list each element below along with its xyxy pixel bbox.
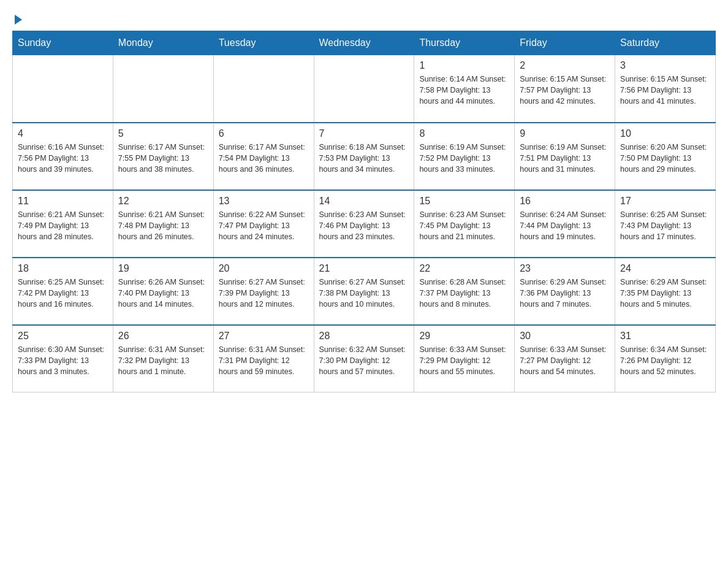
calendar-cell: 6Sunrise: 6:17 AM Sunset: 7:54 PM Daylig… — [213, 123, 314, 190]
day-number: 26 — [118, 331, 208, 342]
day-number: 2 — [520, 60, 610, 71]
day-number: 25 — [18, 331, 108, 342]
calendar-cell: 16Sunrise: 6:24 AM Sunset: 7:44 PM Dayli… — [515, 190, 615, 258]
weekday-header-row: SundayMondayTuesdayWednesdayThursdayFrid… — [13, 31, 716, 55]
calendar-cell: 1Sunrise: 6:14 AM Sunset: 7:58 PM Daylig… — [414, 55, 515, 123]
day-number: 7 — [319, 128, 409, 139]
day-number: 17 — [620, 196, 710, 207]
day-info: Sunrise: 6:20 AM Sunset: 7:50 PM Dayligh… — [620, 142, 710, 175]
calendar-cell — [213, 55, 314, 123]
day-info: Sunrise: 6:25 AM Sunset: 7:42 PM Dayligh… — [18, 277, 108, 310]
day-info: Sunrise: 6:14 AM Sunset: 7:58 PM Dayligh… — [419, 74, 509, 107]
calendar-cell: 12Sunrise: 6:21 AM Sunset: 7:48 PM Dayli… — [113, 190, 213, 258]
weekday-header: Saturday — [615, 31, 716, 55]
day-info: Sunrise: 6:32 AM Sunset: 7:30 PM Dayligh… — [319, 344, 409, 377]
calendar-cell: 20Sunrise: 6:27 AM Sunset: 7:39 PM Dayli… — [213, 258, 314, 325]
calendar-cell: 8Sunrise: 6:19 AM Sunset: 7:52 PM Daylig… — [414, 123, 515, 190]
weekday-header: Monday — [113, 31, 213, 55]
day-number: 21 — [319, 263, 409, 274]
day-number: 20 — [219, 263, 309, 274]
day-number: 23 — [520, 263, 610, 274]
day-info: Sunrise: 6:16 AM Sunset: 7:56 PM Dayligh… — [18, 142, 108, 175]
day-info: Sunrise: 6:27 AM Sunset: 7:38 PM Dayligh… — [319, 277, 409, 310]
calendar-cell: 10Sunrise: 6:20 AM Sunset: 7:50 PM Dayli… — [615, 123, 716, 190]
calendar-cell — [13, 55, 113, 123]
day-info: Sunrise: 6:33 AM Sunset: 7:27 PM Dayligh… — [520, 344, 610, 377]
weekday-header: Thursday — [414, 31, 515, 55]
calendar-cell: 11Sunrise: 6:21 AM Sunset: 7:49 PM Dayli… — [13, 190, 113, 258]
day-info: Sunrise: 6:28 AM Sunset: 7:37 PM Dayligh… — [419, 277, 509, 310]
day-info: Sunrise: 6:15 AM Sunset: 7:56 PM Dayligh… — [620, 74, 710, 107]
day-number: 10 — [620, 128, 710, 139]
day-info: Sunrise: 6:21 AM Sunset: 7:48 PM Dayligh… — [118, 209, 208, 242]
calendar-cell — [314, 55, 414, 123]
day-info: Sunrise: 6:19 AM Sunset: 7:52 PM Dayligh… — [419, 142, 509, 175]
day-info: Sunrise: 6:25 AM Sunset: 7:43 PM Dayligh… — [620, 209, 710, 242]
calendar-cell: 2Sunrise: 6:15 AM Sunset: 7:57 PM Daylig… — [515, 55, 615, 123]
calendar-cell: 7Sunrise: 6:18 AM Sunset: 7:53 PM Daylig… — [314, 123, 414, 190]
day-number: 30 — [520, 331, 610, 342]
calendar-week-row: 4Sunrise: 6:16 AM Sunset: 7:56 PM Daylig… — [13, 123, 716, 190]
calendar-table: SundayMondayTuesdayWednesdayThursdayFrid… — [12, 31, 716, 393]
calendar-cell: 9Sunrise: 6:19 AM Sunset: 7:51 PM Daylig… — [515, 123, 615, 190]
calendar-cell: 26Sunrise: 6:31 AM Sunset: 7:32 PM Dayli… — [113, 325, 213, 393]
calendar-cell: 29Sunrise: 6:33 AM Sunset: 7:29 PM Dayli… — [414, 325, 515, 393]
calendar-cell: 15Sunrise: 6:23 AM Sunset: 7:45 PM Dayli… — [414, 190, 515, 258]
day-info: Sunrise: 6:24 AM Sunset: 7:44 PM Dayligh… — [520, 209, 610, 242]
logo — [12, 12, 22, 25]
calendar-cell: 18Sunrise: 6:25 AM Sunset: 7:42 PM Dayli… — [13, 258, 113, 325]
day-number: 19 — [118, 263, 208, 274]
calendar-cell: 25Sunrise: 6:30 AM Sunset: 7:33 PM Dayli… — [13, 325, 113, 393]
calendar-week-row: 25Sunrise: 6:30 AM Sunset: 7:33 PM Dayli… — [13, 325, 716, 393]
logo-arrow-icon — [15, 15, 22, 25]
calendar-cell: 14Sunrise: 6:23 AM Sunset: 7:46 PM Dayli… — [314, 190, 414, 258]
calendar-week-row: 11Sunrise: 6:21 AM Sunset: 7:49 PM Dayli… — [13, 190, 716, 258]
day-info: Sunrise: 6:18 AM Sunset: 7:53 PM Dayligh… — [319, 142, 409, 175]
day-number: 8 — [419, 128, 509, 139]
weekday-header: Tuesday — [213, 31, 314, 55]
day-number: 27 — [219, 331, 309, 342]
day-number: 4 — [18, 128, 108, 139]
day-info: Sunrise: 6:22 AM Sunset: 7:47 PM Dayligh… — [219, 209, 309, 242]
calendar-cell: 13Sunrise: 6:22 AM Sunset: 7:47 PM Dayli… — [213, 190, 314, 258]
calendar-cell: 3Sunrise: 6:15 AM Sunset: 7:56 PM Daylig… — [615, 55, 716, 123]
calendar-cell: 23Sunrise: 6:29 AM Sunset: 7:36 PM Dayli… — [515, 258, 615, 325]
calendar-cell: 19Sunrise: 6:26 AM Sunset: 7:40 PM Dayli… — [113, 258, 213, 325]
day-number: 24 — [620, 263, 710, 274]
day-number: 13 — [219, 196, 309, 207]
calendar-cell — [113, 55, 213, 123]
day-info: Sunrise: 6:23 AM Sunset: 7:46 PM Dayligh… — [319, 209, 409, 242]
calendar-cell: 5Sunrise: 6:17 AM Sunset: 7:55 PM Daylig… — [113, 123, 213, 190]
day-info: Sunrise: 6:23 AM Sunset: 7:45 PM Dayligh… — [419, 209, 509, 242]
day-number: 11 — [18, 196, 108, 207]
day-number: 14 — [319, 196, 409, 207]
day-info: Sunrise: 6:27 AM Sunset: 7:39 PM Dayligh… — [219, 277, 309, 310]
calendar-week-row: 1Sunrise: 6:14 AM Sunset: 7:58 PM Daylig… — [13, 55, 716, 123]
day-info: Sunrise: 6:29 AM Sunset: 7:35 PM Dayligh… — [620, 277, 710, 310]
day-info: Sunrise: 6:26 AM Sunset: 7:40 PM Dayligh… — [118, 277, 208, 310]
calendar-cell: 24Sunrise: 6:29 AM Sunset: 7:35 PM Dayli… — [615, 258, 716, 325]
day-info: Sunrise: 6:31 AM Sunset: 7:31 PM Dayligh… — [219, 344, 309, 377]
day-number: 18 — [18, 263, 108, 274]
day-number: 22 — [419, 263, 509, 274]
calendar-cell: 21Sunrise: 6:27 AM Sunset: 7:38 PM Dayli… — [314, 258, 414, 325]
day-number: 6 — [219, 128, 309, 139]
weekday-header: Sunday — [13, 31, 113, 55]
calendar-cell: 27Sunrise: 6:31 AM Sunset: 7:31 PM Dayli… — [213, 325, 314, 393]
calendar-week-row: 18Sunrise: 6:25 AM Sunset: 7:42 PM Dayli… — [13, 258, 716, 325]
day-number: 3 — [620, 60, 710, 71]
calendar-cell: 22Sunrise: 6:28 AM Sunset: 7:37 PM Dayli… — [414, 258, 515, 325]
day-info: Sunrise: 6:29 AM Sunset: 7:36 PM Dayligh… — [520, 277, 610, 310]
calendar-cell: 17Sunrise: 6:25 AM Sunset: 7:43 PM Dayli… — [615, 190, 716, 258]
calendar-cell: 4Sunrise: 6:16 AM Sunset: 7:56 PM Daylig… — [13, 123, 113, 190]
day-number: 9 — [520, 128, 610, 139]
day-info: Sunrise: 6:30 AM Sunset: 7:33 PM Dayligh… — [18, 344, 108, 377]
weekday-header: Friday — [515, 31, 615, 55]
calendar-cell: 28Sunrise: 6:32 AM Sunset: 7:30 PM Dayli… — [314, 325, 414, 393]
day-number: 12 — [118, 196, 208, 207]
day-number: 15 — [419, 196, 509, 207]
day-number: 28 — [319, 331, 409, 342]
day-number: 16 — [520, 196, 610, 207]
day-info: Sunrise: 6:21 AM Sunset: 7:49 PM Dayligh… — [18, 209, 108, 242]
day-info: Sunrise: 6:19 AM Sunset: 7:51 PM Dayligh… — [520, 142, 610, 175]
